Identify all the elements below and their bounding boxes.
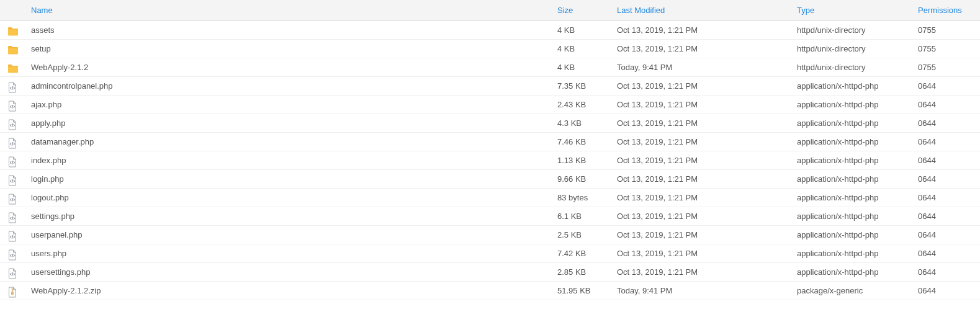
file-type: application/x-httpd-php [791, 151, 912, 170]
file-name[interactable]: ajax.php [25, 96, 551, 114]
file-modified: Today, 9:41 PM [611, 282, 791, 300]
file-permissions: 0644 [912, 207, 980, 226]
file-size: 4.3 KB [551, 114, 611, 133]
file-size: 2.85 KB [551, 263, 611, 282]
code-file-icon [0, 244, 25, 263]
folder-icon [0, 40, 25, 58]
file-type: application/x-httpd-php [791, 189, 912, 207]
file-size: 4 KB [551, 21, 611, 40]
table-row[interactable]: WebApply-2.1.24 KBToday, 9:41 PMhttpd/un… [0, 58, 980, 77]
file-name[interactable]: settings.php [25, 207, 551, 226]
file-permissions: 0644 [912, 114, 980, 133]
file-modified: Oct 13, 2019, 1:21 PM [611, 244, 791, 263]
code-file-icon [0, 226, 25, 244]
file-size: 83 bytes [551, 189, 611, 207]
table-row[interactable]: WebApply-2.1.2.zip51.95 KBToday, 9:41 PM… [0, 282, 980, 300]
file-size: 2.43 KB [551, 96, 611, 114]
column-header-permissions[interactable]: Permissions [912, 0, 980, 21]
file-type: httpd/unix-directory [791, 58, 912, 77]
table-row[interactable]: admincontrolpanel.php7.35 KBOct 13, 2019… [0, 77, 980, 96]
file-permissions: 0755 [912, 58, 980, 77]
code-file-icon [0, 170, 25, 189]
file-size: 6.1 KB [551, 207, 611, 226]
file-size: 51.95 KB [551, 282, 611, 300]
file-modified: Oct 13, 2019, 1:21 PM [611, 189, 791, 207]
file-name[interactable]: logout.php [25, 189, 551, 207]
code-file-icon [0, 114, 25, 133]
file-modified: Oct 13, 2019, 1:21 PM [611, 114, 791, 133]
file-size: 7.42 KB [551, 244, 611, 263]
code-file-icon [0, 151, 25, 170]
file-type: httpd/unix-directory [791, 40, 912, 58]
file-permissions: 0644 [912, 244, 980, 263]
table-row[interactable]: setup4 KBOct 13, 2019, 1:21 PMhttpd/unix… [0, 40, 980, 58]
table-row[interactable]: ajax.php2.43 KBOct 13, 2019, 1:21 PMappl… [0, 96, 980, 114]
file-name[interactable]: assets [25, 21, 551, 40]
file-modified: Oct 13, 2019, 1:21 PM [611, 226, 791, 244]
file-permissions: 0644 [912, 263, 980, 282]
svg-rect-4 [12, 291, 12, 292]
file-type: application/x-httpd-php [791, 226, 912, 244]
file-permissions: 0755 [912, 40, 980, 58]
file-type: httpd/unix-directory [791, 21, 912, 40]
table-row[interactable]: usersettings.php2.85 KBOct 13, 2019, 1:2… [0, 263, 980, 282]
column-header-modified[interactable]: Last Modified [611, 0, 791, 21]
file-name[interactable]: apply.php [25, 114, 551, 133]
file-name[interactable]: WebApply-2.1.2.zip [25, 282, 551, 300]
file-modified: Oct 13, 2019, 1:21 PM [611, 151, 791, 170]
table-row[interactable]: settings.php6.1 KBOct 13, 2019, 1:21 PMa… [0, 207, 980, 226]
svg-rect-3 [12, 290, 13, 291]
table-row[interactable]: userpanel.php2.5 KBOct 13, 2019, 1:21 PM… [0, 226, 980, 244]
table-header: Name Size Last Modified Type Permissions [0, 0, 980, 21]
column-header-type[interactable]: Type [791, 0, 912, 21]
code-file-icon [0, 96, 25, 114]
svg-rect-6 [12, 293, 13, 293]
file-name[interactable]: WebApply-2.1.2 [25, 58, 551, 77]
file-name[interactable]: login.php [25, 170, 551, 189]
svg-rect-2 [12, 289, 12, 290]
file-modified: Oct 13, 2019, 1:21 PM [611, 21, 791, 40]
file-modified: Oct 13, 2019, 1:21 PM [611, 170, 791, 189]
file-size: 9.66 KB [551, 170, 611, 189]
table-row[interactable]: login.php9.66 KBOct 13, 2019, 1:21 PMapp… [0, 170, 980, 189]
code-file-icon [0, 263, 25, 282]
file-name[interactable]: index.php [25, 151, 551, 170]
table-row[interactable]: apply.php4.3 KBOct 13, 2019, 1:21 PMappl… [0, 114, 980, 133]
table-row[interactable]: users.php7.42 KBOct 13, 2019, 1:21 PMapp… [0, 244, 980, 263]
file-permissions: 0644 [912, 96, 980, 114]
file-name[interactable]: usersettings.php [25, 263, 551, 282]
code-file-icon [0, 189, 25, 207]
column-header-icon [0, 0, 25, 21]
file-name[interactable]: admincontrolpanel.php [25, 77, 551, 96]
file-modified: Today, 9:41 PM [611, 58, 791, 77]
file-size: 4 KB [551, 58, 611, 77]
file-permissions: 0644 [912, 189, 980, 207]
file-size: 7.46 KB [551, 133, 611, 151]
column-header-size[interactable]: Size [551, 0, 611, 21]
file-type: package/x-generic [791, 282, 912, 300]
table-row[interactable]: assets4 KBOct 13, 2019, 1:21 PMhttpd/uni… [0, 21, 980, 40]
code-file-icon [0, 133, 25, 151]
folder-icon [0, 21, 25, 40]
file-modified: Oct 13, 2019, 1:21 PM [611, 207, 791, 226]
file-list-table: Name Size Last Modified Type Permissions… [0, 0, 980, 300]
file-type: application/x-httpd-php [791, 263, 912, 282]
file-name[interactable]: users.php [25, 244, 551, 263]
archive-file-icon [0, 282, 25, 300]
file-size: 1.13 KB [551, 151, 611, 170]
table-row[interactable]: index.php1.13 KBOct 13, 2019, 1:21 PMapp… [0, 151, 980, 170]
table-row[interactable]: logout.php83 bytesOct 13, 2019, 1:21 PMa… [0, 189, 980, 207]
svg-rect-0 [12, 288, 12, 288]
table-row[interactable]: datamanager.php7.46 KBOct 13, 2019, 1:21… [0, 133, 980, 151]
file-size: 7.35 KB [551, 77, 611, 96]
table-body: assets4 KBOct 13, 2019, 1:21 PMhttpd/uni… [0, 21, 980, 300]
file-modified: Oct 13, 2019, 1:21 PM [611, 263, 791, 282]
file-name[interactable]: userpanel.php [25, 226, 551, 244]
folder-icon [0, 58, 25, 77]
column-header-name[interactable]: Name [25, 0, 551, 21]
file-name[interactable]: datamanager.php [25, 133, 551, 151]
file-permissions: 0644 [912, 151, 980, 170]
file-modified: Oct 13, 2019, 1:21 PM [611, 40, 791, 58]
file-modified: Oct 13, 2019, 1:21 PM [611, 96, 791, 114]
file-name[interactable]: setup [25, 40, 551, 58]
